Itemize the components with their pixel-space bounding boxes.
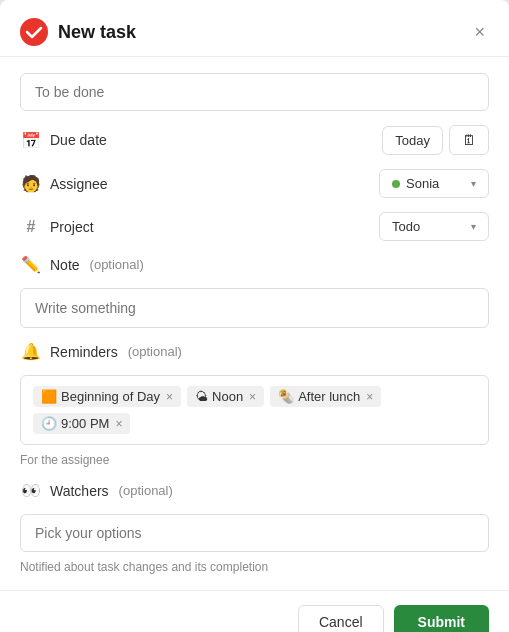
assignee-control: Sonia ▾	[379, 169, 489, 198]
due-date-label: 📅 Due date	[20, 131, 107, 150]
watchers-input[interactable]	[20, 514, 489, 552]
due-date-label-text: Due date	[50, 132, 107, 148]
reminder-tag-emoji: 🟧	[41, 389, 57, 404]
reminder-tag-remove-after-lunch[interactable]: ×	[364, 391, 373, 403]
assignee-row: 🧑 Assignee Sonia ▾	[20, 169, 489, 198]
reminder-tag-label: After lunch	[298, 389, 360, 404]
watchers-label-row: 👀 Watchers (optional)	[20, 481, 489, 500]
reminder-tag-noon: 🌤 Noon ×	[187, 386, 264, 407]
reminder-tag-label: Beginning of Day	[61, 389, 160, 404]
note-input[interactable]	[20, 288, 489, 328]
project-value: Todo	[392, 219, 420, 234]
modal-footer: Cancel Submit	[0, 590, 509, 632]
reminders-box: 🟧 Beginning of Day × 🌤 Noon × 🌯 After lu…	[20, 375, 489, 445]
note-label-text: Note	[50, 257, 80, 273]
project-control: Todo ▾	[379, 212, 489, 241]
reminder-tag-remove-nine-pm[interactable]: ×	[113, 418, 122, 430]
reminder-tag-remove-beginning-of-day[interactable]: ×	[164, 391, 173, 403]
reminders-label-text: Reminders	[50, 344, 118, 360]
assignee-chevron-icon: ▾	[471, 178, 476, 189]
assignee-label-text: Assignee	[50, 176, 108, 192]
reminder-tag-emoji: 🌤	[195, 389, 208, 404]
project-label-text: Project	[50, 219, 94, 235]
project-icon: #	[20, 218, 42, 236]
submit-button[interactable]: Submit	[394, 605, 489, 632]
due-date-button[interactable]: Today	[382, 126, 443, 155]
due-date-row: 📅 Due date Today 🗓	[20, 125, 489, 155]
cancel-button[interactable]: Cancel	[298, 605, 384, 632]
svg-point-0	[20, 18, 48, 46]
assignee-label: 🧑 Assignee	[20, 174, 108, 193]
due-date-value: Today	[395, 133, 430, 148]
new-task-modal: New task × 📅 Due date Today 🗓	[0, 0, 509, 632]
reminders-label-row: 🔔 Reminders (optional)	[20, 342, 489, 361]
reminder-tag-emoji: 🌯	[278, 389, 294, 404]
reminder-tag-after-lunch: 🌯 After lunch ×	[270, 386, 381, 407]
assignee-icon: 🧑	[20, 174, 42, 193]
project-label: # Project	[20, 218, 94, 236]
reminder-tag-label: 9:00 PM	[61, 416, 109, 431]
note-label-row: ✏️ Note (optional)	[20, 255, 489, 274]
watchers-label-text: Watchers	[50, 483, 109, 499]
reminder-tag-nine-pm: 🕘 9:00 PM ×	[33, 413, 130, 434]
reminders-icon: 🔔	[20, 342, 42, 361]
due-date-icon: 📅	[20, 131, 42, 150]
reminder-tag-label: Noon	[212, 389, 243, 404]
reminders-helper-text: For the assignee	[20, 453, 489, 467]
modal-body: 📅 Due date Today 🗓 🧑 Assignee	[0, 57, 509, 590]
due-date-control: Today 🗓	[382, 125, 489, 155]
reminder-tag-emoji: 🕘	[41, 416, 57, 431]
task-name-input[interactable]	[20, 73, 489, 111]
calendar-button[interactable]: 🗓	[449, 125, 489, 155]
watchers-icon: 👀	[20, 481, 42, 500]
reminders-optional-text: (optional)	[128, 344, 182, 359]
reminder-tag-remove-noon[interactable]: ×	[247, 391, 256, 403]
watchers-helper-text: Notified about task changes and its comp…	[20, 560, 489, 574]
header-left: New task	[20, 18, 136, 46]
project-chevron-icon: ▾	[471, 221, 476, 232]
project-select[interactable]: Todo ▾	[379, 212, 489, 241]
watchers-optional-text: (optional)	[119, 483, 173, 498]
app-logo-icon	[20, 18, 48, 46]
calendar-icon: 🗓	[462, 132, 476, 148]
note-icon: ✏️	[20, 255, 42, 274]
modal-header: New task ×	[0, 0, 509, 57]
modal-title: New task	[58, 22, 136, 43]
reminder-tag-beginning-of-day: 🟧 Beginning of Day ×	[33, 386, 181, 407]
note-optional-text: (optional)	[90, 257, 144, 272]
project-row: # Project Todo ▾	[20, 212, 489, 241]
assignee-value: Sonia	[406, 176, 439, 191]
assignee-select[interactable]: Sonia ▾	[379, 169, 489, 198]
close-button[interactable]: ×	[470, 19, 489, 45]
assignee-status-dot	[392, 180, 400, 188]
